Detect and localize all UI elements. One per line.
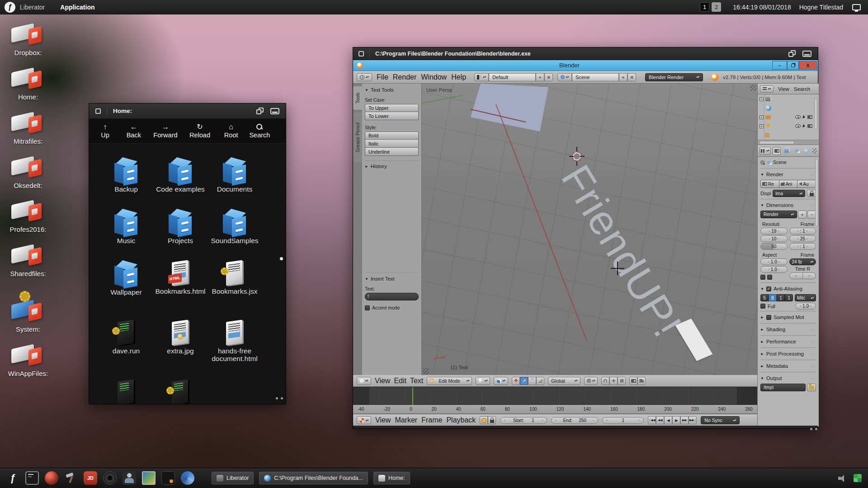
file-item-hands-free-document[interactable]: hands-free document.html: [209, 320, 260, 362]
dock-hammer-icon[interactable]: [64, 471, 78, 485]
dock-disc-icon[interactable]: [103, 471, 117, 485]
jump-to-start-button[interactable]: ⏐◀◀: [648, 416, 656, 424]
snap-target-icon[interactable]: ⊞: [618, 377, 626, 385]
tab-render-layers-context[interactable]: [783, 147, 791, 155]
file-item-bookmarks-jsx[interactable]: Bookmarks.jsx: [209, 260, 260, 295]
timeline-menu-playback[interactable]: Playback: [446, 416, 476, 424]
blender-window-bottom-edge[interactable]: [353, 426, 818, 428]
fm-scrollbar-dot[interactable]: [280, 257, 283, 260]
file-item-projects[interactable]: Projects: [155, 209, 206, 244]
timeline-menu-view[interactable]: View: [375, 416, 391, 424]
visibility-eye-icon[interactable]: [795, 115, 801, 119]
outliner-vscrollbar[interactable]: [814, 98, 817, 130]
sampled-motion-blur-panel-header[interactable]: ►Sampled Mot: [760, 313, 816, 322]
outliner-row-renderlayers[interactable]: +: [758, 94, 819, 103]
text-tools-panel-header[interactable]: ▼Text Tools::::: [365, 85, 419, 94]
filter-size-field[interactable]: ‹ 1.0 ›: [795, 303, 816, 310]
scene-name-field[interactable]: Scene: [572, 73, 619, 81]
file-item-documents[interactable]: Documents: [209, 157, 260, 193]
blender-resize-grip[interactable]: [807, 424, 817, 432]
manipulator-scale-icon[interactable]: ◿: [536, 377, 544, 385]
browse-folder-icon[interactable]: [807, 384, 816, 391]
file-item-extra-jpg[interactable]: extra.jpg: [155, 320, 206, 355]
search-button[interactable]: Search: [245, 124, 274, 139]
render-animation-button[interactable]: Ani: [779, 180, 798, 188]
aspect-y-field[interactable]: ‹ 1.0 ›: [760, 266, 788, 273]
render-panel-header[interactable]: ▼Render::::: [760, 170, 816, 179]
viewport-menu-view[interactable]: View: [375, 377, 390, 385]
dock-display-icon[interactable]: [142, 471, 156, 485]
render-opengl-anim-icon[interactable]: [637, 377, 646, 385]
file-item-code-examples[interactable]: Code examples: [155, 157, 206, 193]
blender-outer-titlebar[interactable]: C:\Program Files\Blender Foundation\Blen…: [353, 47, 818, 60]
expand-icon[interactable]: +: [760, 115, 764, 119]
frame-step-field[interactable]: ‹ : 1 ›: [789, 243, 816, 250]
fm-titlebar[interactable]: Home:: [89, 103, 286, 119]
time-remap-new-field[interactable]: ‹›: [803, 272, 816, 279]
tab-grease-pencil[interactable]: Grease Pencil: [353, 113, 362, 162]
window-menu-icon[interactable]: [359, 51, 364, 56]
play-reverse-button[interactable]: ◀: [664, 416, 672, 424]
start-frame-field[interactable]: ‹Start:1›: [500, 417, 547, 424]
dock-dark-app-icon[interactable]: [161, 471, 175, 485]
workspace-1-button[interactable]: 1: [700, 2, 709, 12]
panel-grip[interactable]: ::::: [413, 277, 419, 281]
window-menu-icon[interactable]: [95, 108, 101, 114]
prev-keyframe-button[interactable]: ◀◀: [656, 416, 664, 424]
viewport-menu-edit[interactable]: Edit: [394, 377, 406, 385]
area-corner-grip[interactable]: [423, 368, 429, 374]
lock-range-icon[interactable]: [488, 416, 496, 424]
metadata-panel-header[interactable]: ►Metadata::::: [760, 361, 816, 371]
workspace-2-button[interactable]: 2: [712, 2, 721, 12]
mode-select[interactable]: Edit Mode▴▾: [427, 377, 472, 385]
desktop-icon-oksedelt[interactable]: Oksedelt:: [6, 155, 50, 189]
desktop-icon-sharedfiles[interactable]: Sharedfiles:: [6, 243, 50, 277]
resolution-y-field[interactable]: ‹ 10 ›: [760, 235, 788, 242]
desktop-icon-home[interactable]: Home:: [6, 66, 50, 101]
editor-type-timeline-icon[interactable]: ▴▾: [357, 416, 371, 424]
aa-samples-8-button[interactable]: 8: [769, 294, 777, 301]
tab-world-context[interactable]: [802, 147, 811, 155]
motion-blur-checkbox[interactable]: [766, 315, 771, 320]
tab-scene-context[interactable]: [793, 147, 801, 155]
render-opengl-icon[interactable]: [629, 377, 637, 385]
viewport-menu-text[interactable]: Text: [410, 377, 423, 385]
resolution-percentage-slider[interactable]: 50: [760, 243, 788, 250]
text-object-friendup[interactable]: FriendUP!: [552, 157, 691, 345]
outliner-hscrollbar[interactable]: [758, 140, 819, 145]
add-layout-button[interactable]: +: [536, 73, 544, 81]
post-processing-panel-header[interactable]: ►Post Processing::::: [760, 349, 816, 358]
performance-panel-header[interactable]: ►Performance::::: [760, 337, 816, 346]
resolution-x-field[interactable]: ‹ 19 ›: [760, 228, 788, 235]
display-icon[interactable]: [852, 4, 861, 10]
history-panel-header[interactable]: ►History::::: [365, 162, 419, 171]
renderable-camera-icon[interactable]: [807, 124, 812, 128]
desktop-icon-profes2016[interactable]: Profes2016:: [6, 198, 50, 233]
frame-start-field[interactable]: ‹ : 1 ›: [789, 228, 816, 235]
close-button[interactable]: X: [799, 61, 817, 70]
time-remap-old-field[interactable]: ‹›: [789, 272, 803, 279]
selectable-pointer-icon[interactable]: [802, 115, 806, 119]
fm-resize-grip[interactable]: [273, 393, 283, 401]
file-item-soundsamples[interactable]: SoundSamples: [209, 209, 260, 244]
italic-button[interactable]: Italic: [365, 140, 419, 148]
forward-button[interactable]: →Forward: [148, 123, 183, 139]
lock-interface-icon[interactable]: [807, 190, 816, 197]
minimize-button[interactable]: –: [772, 61, 787, 70]
desktop-icon-winappfiles[interactable]: WinAppFiles:: [6, 343, 50, 377]
file-item-partial[interactable]: [155, 380, 206, 404]
underline-button[interactable]: Underline: [365, 148, 419, 156]
jump-to-end-button[interactable]: ▶▶⏐: [689, 416, 697, 424]
end-frame-field[interactable]: ‹End:250›: [551, 417, 598, 424]
file-item-music[interactable]: Music: [101, 209, 151, 244]
border-checkbox[interactable]: [760, 275, 765, 280]
viewport-3d[interactable]: User Persp FriendUP!: [422, 84, 757, 375]
aa-samples-16-button[interactable]: 1: [785, 294, 793, 301]
expand-icon[interactable]: +: [760, 97, 764, 101]
delete-layout-button[interactable]: ✕: [544, 73, 553, 81]
add-preset-button[interactable]: +: [798, 211, 807, 219]
friend-logo-icon[interactable]: ƒ: [5, 2, 15, 13]
window-clone-icon[interactable]: [256, 108, 266, 115]
properties-vscrollbar[interactable]: [815, 159, 818, 226]
aspect-x-field[interactable]: ‹ 1.0 ›: [760, 258, 788, 265]
